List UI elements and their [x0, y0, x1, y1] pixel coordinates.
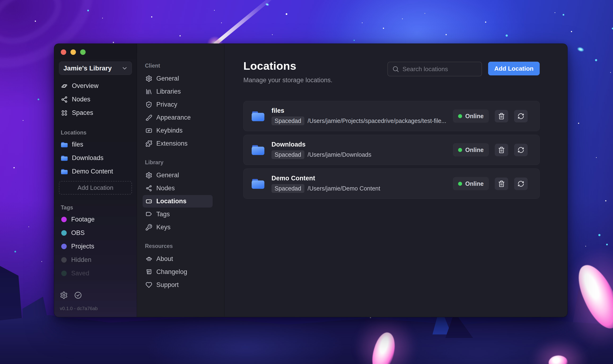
settings-nav-library-nodes[interactable]: Nodes [143, 182, 213, 195]
folder-icon [251, 178, 265, 189]
settings-nav-label: Nodes [156, 185, 175, 192]
settings-nav-client-extensions[interactable]: Extensions [143, 137, 213, 150]
tag-icon [146, 211, 152, 218]
settings-nav-label: Appearance [156, 114, 191, 121]
settings-gear-icon[interactable] [60, 291, 68, 299]
sidebar-location-label: Downloads [72, 154, 104, 162]
tag-label: OBS [71, 229, 85, 237]
settings-nav-label: About [156, 255, 173, 263]
settings-nav-client-privacy[interactable]: Privacy [143, 98, 213, 111]
share-nodes-icon [146, 185, 152, 192]
sidebar-tags-header: Tags [59, 205, 132, 211]
close-window-button[interactable] [61, 49, 66, 55]
search-icon [392, 65, 399, 73]
rescan-location-button[interactable] [514, 178, 528, 190]
rescan-location-button[interactable] [514, 110, 528, 122]
folder-icon [61, 155, 68, 162]
status-badge: Online [453, 143, 489, 156]
sidebar-tag-projects[interactable]: Projects [59, 240, 132, 253]
zoom-window-button[interactable] [80, 49, 86, 55]
location-row-downloads[interactable]: Downloads Spacedad /Users/jamie/Download… [243, 135, 540, 165]
folder-icon [251, 110, 265, 122]
settings-nav-client-appearance[interactable]: Appearance [143, 111, 213, 124]
add-location-button[interactable]: Add Location [488, 62, 540, 75]
settings-nav-label: General [156, 172, 179, 179]
stars-cyan [0, 0, 1, 1]
delete-location-button[interactable] [495, 144, 508, 156]
settings-nav-client-keybinds[interactable]: Keybinds [143, 124, 213, 137]
tag-color-dot [61, 271, 67, 276]
sidebar-tag-hidden[interactable]: Hidden [59, 253, 132, 267]
folder-icon [251, 144, 265, 156]
sidebar-item-spaces[interactable]: Spaces [59, 106, 132, 120]
sidebar-location-files[interactable]: files [59, 138, 132, 151]
library-selector-label: Jamie's Library [63, 65, 112, 72]
comet-streak [213, 0, 279, 47]
locations-list: files Spacedad /Users/jamie/Projects/spa… [243, 101, 540, 199]
check-circle-icon[interactable] [74, 291, 82, 299]
minimize-window-button[interactable] [70, 49, 76, 55]
status-label: Online [465, 180, 484, 187]
delete-location-button[interactable] [495, 178, 508, 190]
node-badge: Spacedad [271, 150, 304, 159]
sidebar-item-label: Nodes [72, 96, 90, 103]
location-path: /Users/jamie/Downloads [308, 151, 372, 158]
shield-check-icon [146, 101, 152, 108]
sidebar-location-demo-content[interactable]: Demo Content [59, 165, 132, 178]
sidebar-locations-header: Locations [59, 130, 132, 136]
sidebar-tag-footage[interactable]: Footage [59, 213, 132, 226]
spaces-grid-icon [61, 109, 68, 117]
settings-section-client: Client [145, 63, 218, 69]
changelog-receipt-icon [146, 269, 152, 275]
settings-nav-library-keys[interactable]: Keys [143, 221, 213, 234]
settings-nav-resources-about[interactable]: About [143, 253, 213, 265]
library-selector[interactable]: Jamie's Library [59, 62, 132, 75]
page-subtitle: Manage your storage locations. [243, 77, 333, 84]
gear-icon [146, 172, 152, 179]
sidebar-tag-obs[interactable]: OBS [59, 226, 132, 240]
settings-nav-label: Keybinds [156, 127, 183, 134]
sidebar-item-label: Spaces [72, 109, 93, 117]
settings-nav-client-general[interactable]: General [143, 72, 213, 85]
settings-nav-label: Extensions [156, 140, 187, 147]
settings-nav-client-libraries[interactable]: Libraries [143, 85, 213, 98]
status-label: Online [465, 113, 484, 120]
trash-icon [498, 146, 505, 153]
search-input[interactable] [402, 65, 482, 73]
tag-label: Saved [71, 270, 89, 277]
sidebar: Jamie's Library Overview Nodes [54, 44, 137, 317]
settings-nav: Client General Libraries Privacy Appeara [137, 44, 225, 317]
sidebar-location-downloads[interactable]: Downloads [59, 151, 132, 165]
pink-crystal [575, 258, 613, 338]
sidebar-item-nodes[interactable]: Nodes [59, 93, 132, 106]
key-icon [146, 224, 152, 231]
settings-section-library: Library [145, 159, 218, 166]
settings-nav-resources-support[interactable]: Support [143, 279, 213, 291]
heart-icon [146, 282, 152, 288]
search-locations-box [387, 62, 482, 76]
paintbrush-icon [146, 114, 152, 121]
tag-color-dot [61, 244, 67, 249]
sidebar-footer: v0.1.0 - dc7a76ab [60, 291, 131, 317]
trash-icon [498, 113, 505, 120]
online-dot [458, 114, 462, 118]
sidebar-add-location-button[interactable]: Add Location [59, 181, 132, 195]
location-row-demo-content[interactable]: Demo Content Spacedad /Users/jamie/Demo … [243, 169, 540, 199]
planet-icon [61, 82, 68, 90]
settings-nav-library-tags[interactable]: Tags [143, 208, 213, 221]
delete-location-button[interactable] [495, 110, 508, 122]
chevron-down-icon [121, 65, 128, 72]
ufo-icon [146, 256, 152, 262]
location-name: Downloads [271, 141, 447, 148]
tag-color-dot [61, 230, 67, 236]
settings-nav-library-locations[interactable]: Locations [143, 195, 213, 208]
settings-nav-label: Privacy [156, 101, 177, 108]
rescan-location-button[interactable] [514, 144, 528, 156]
sidebar-tag-saved[interactable]: Saved [59, 267, 132, 280]
sidebar-item-overview[interactable]: Overview [59, 79, 132, 93]
settings-nav-resources-changelog[interactable]: Changelog [143, 266, 213, 278]
settings-nav-library-general[interactable]: General [143, 169, 213, 182]
settings-nav-label: Changelog [156, 268, 187, 276]
location-row-files[interactable]: files Spacedad /Users/jamie/Projects/spa… [243, 101, 540, 131]
settings-nav-label: Locations [156, 198, 187, 205]
